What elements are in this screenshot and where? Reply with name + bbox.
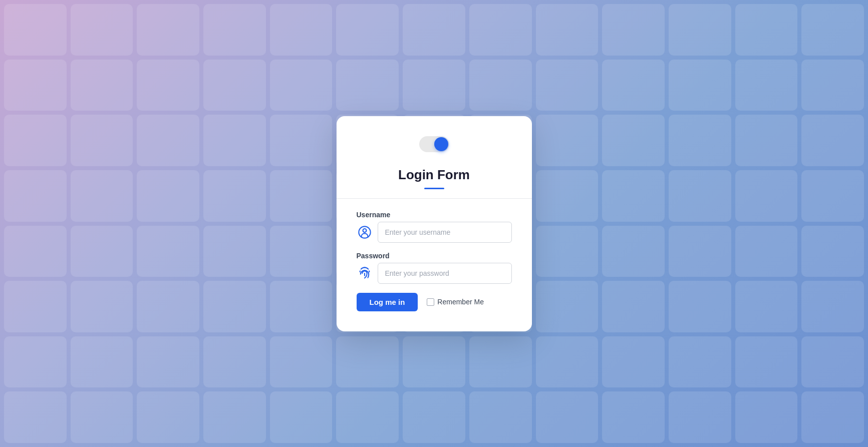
- bg-tile: [536, 336, 599, 388]
- bg-tile: [735, 281, 798, 332]
- bg-tile: [403, 391, 465, 443]
- bg-tile: [71, 336, 133, 388]
- bg-tile: [602, 170, 665, 222]
- divider: [337, 198, 532, 199]
- bg-tile: [336, 391, 399, 443]
- bg-tile: [403, 4, 465, 56]
- bg-tile: [270, 226, 333, 277]
- form-title: Login Form: [357, 167, 512, 183]
- bg-tile: [536, 281, 599, 332]
- bg-tile: [469, 60, 532, 111]
- bg-tile: [469, 4, 532, 56]
- bg-tile: [4, 170, 67, 222]
- bg-tile: [403, 336, 465, 388]
- bg-tile: [71, 170, 133, 222]
- bg-tile: [536, 226, 599, 277]
- bg-tile: [536, 170, 599, 222]
- bg-tile: [801, 170, 864, 222]
- bg-tile: [336, 60, 399, 111]
- bg-tile: [669, 226, 731, 277]
- bg-tile: [4, 281, 67, 332]
- bg-tile: [735, 336, 798, 388]
- bg-tile: [137, 4, 199, 56]
- bg-tile: [801, 60, 864, 111]
- title-underline: [424, 188, 444, 189]
- bg-tile: [4, 226, 67, 277]
- toggle-knob: [434, 137, 448, 151]
- bg-tile: [735, 391, 798, 443]
- bg-tile: [602, 281, 665, 332]
- bg-tile: [270, 170, 333, 222]
- bg-tile: [602, 226, 665, 277]
- bg-tile: [735, 60, 798, 111]
- bg-tile: [71, 115, 133, 166]
- bg-tile: [735, 170, 798, 222]
- bg-tile: [137, 60, 199, 111]
- form-body: Username Password: [337, 211, 532, 311]
- bg-tile: [735, 4, 798, 56]
- bg-tile: [203, 60, 266, 111]
- bg-tile: [735, 226, 798, 277]
- bg-tile: [536, 115, 599, 166]
- password-input[interactable]: [378, 263, 512, 284]
- bg-tile: [270, 336, 333, 388]
- bg-tile: [801, 336, 864, 388]
- bg-tile: [602, 60, 665, 111]
- username-input[interactable]: [378, 222, 512, 243]
- bg-tile: [137, 226, 199, 277]
- bg-tile: [669, 115, 731, 166]
- bg-tile: [801, 4, 864, 56]
- remember-me-label[interactable]: Remember Me: [437, 298, 484, 306]
- bg-tile: [270, 281, 333, 332]
- bg-tile: [602, 115, 665, 166]
- bg-tile: [137, 391, 199, 443]
- bg-tile: [669, 170, 731, 222]
- login-button[interactable]: Log me in: [357, 293, 418, 311]
- bg-tile: [801, 115, 864, 166]
- bg-tile: [203, 281, 266, 332]
- bg-tile: [735, 115, 798, 166]
- bg-tile: [71, 281, 133, 332]
- username-label: Username: [357, 211, 512, 219]
- bg-tile: [4, 4, 67, 56]
- fingerprint-icon: [357, 265, 373, 281]
- bg-tile: [602, 336, 665, 388]
- bg-tile: [137, 281, 199, 332]
- bg-tile: [203, 170, 266, 222]
- action-row: Log me in Remember Me: [357, 293, 512, 311]
- bg-tile: [270, 391, 333, 443]
- bg-tile: [4, 115, 67, 166]
- toggle-section: [337, 116, 532, 167]
- bg-tile: [71, 391, 133, 443]
- bg-tile: [4, 391, 67, 443]
- bg-tile: [137, 170, 199, 222]
- bg-tile: [801, 226, 864, 277]
- title-section: Login Form: [337, 167, 532, 189]
- bg-tile: [602, 4, 665, 56]
- bg-tile: [203, 115, 266, 166]
- svg-point-1: [363, 229, 366, 232]
- bg-tile: [536, 60, 599, 111]
- bg-tile: [4, 60, 67, 111]
- bg-tile: [669, 336, 731, 388]
- login-card: Login Form Username Password: [337, 116, 532, 331]
- remember-me-wrapper: Remember Me: [427, 298, 484, 306]
- bg-tile: [669, 391, 731, 443]
- bg-tile: [270, 60, 333, 111]
- user-circle-icon: [357, 224, 373, 240]
- bg-tile: [669, 281, 731, 332]
- bg-tile: [71, 60, 133, 111]
- password-input-wrapper: [357, 263, 512, 284]
- bg-tile: [536, 391, 599, 443]
- toggle-switch[interactable]: [419, 136, 449, 152]
- bg-tile: [270, 115, 333, 166]
- bg-tile: [4, 336, 67, 388]
- password-label: Password: [357, 252, 512, 260]
- bg-tile: [801, 281, 864, 332]
- bg-tile: [270, 4, 333, 56]
- username-input-wrapper: [357, 222, 512, 243]
- bg-tile: [203, 336, 266, 388]
- bg-tile: [536, 4, 599, 56]
- bg-tile: [71, 226, 133, 277]
- remember-me-checkbox[interactable]: [427, 298, 434, 306]
